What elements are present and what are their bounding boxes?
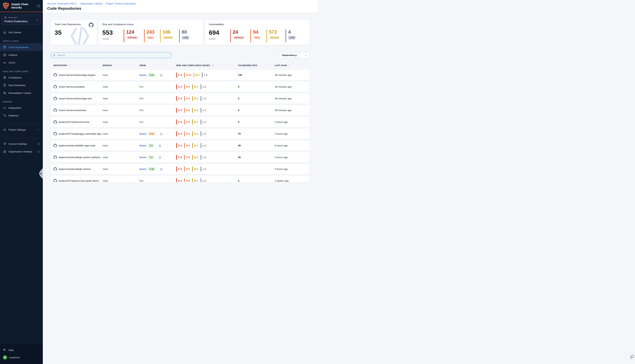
severity-bar xyxy=(176,143,177,148)
sbom-score[interactable]: Score7.21 xyxy=(140,73,156,77)
chevron-down-icon xyxy=(305,54,307,56)
column-header-repository[interactable]: REPOSITORY xyxy=(54,64,103,66)
risk-issues-cell: C 3H 9M 4L 3 xyxy=(176,178,238,182)
repository-cell[interactable]: tejakummarikuntla/gh-actions-artifacts xyxy=(54,156,103,159)
score-badge: 7.19 xyxy=(148,167,156,171)
repository-cell[interactable]: shash-harness/backstage-plugins xyxy=(54,73,103,77)
sort-ascending-icon[interactable] xyxy=(288,64,291,66)
table-row[interactable]: lavakush07/StarbucksClonemainN/AC 3H 8M … xyxy=(51,117,309,127)
severity-chip-c: C 3 xyxy=(176,120,182,124)
sbom-cell: Score7.19 xyxy=(140,167,176,172)
total-repos-card: Total Code Repositories 35 xyxy=(51,20,97,45)
download-sbom-icon[interactable] xyxy=(160,132,163,135)
table-row[interactable]: shash-harness/backstage-pluginsmainScore… xyxy=(51,70,309,80)
severity-chip-m: M 3 xyxy=(192,155,198,160)
repository-name: shash-harness/backstage-test xyxy=(59,97,92,100)
severity-count: 4 xyxy=(288,30,296,34)
sidebar-item-rule-definitions[interactable]: Rule Definitions xyxy=(0,81,43,89)
remediation-box-wrench-icon xyxy=(3,91,7,95)
table-row[interactable]: lavakush07/easybuggy-vulnerable-app...ma… xyxy=(51,129,309,139)
severity-chip-h: H 9 xyxy=(184,178,190,182)
sidebar-item-project-settings[interactable]: Project Settings xyxy=(0,126,43,134)
column-header-risk-issues[interactable]: RISK AND COMPLIANCE ISSUES xyxy=(176,64,238,66)
table-row[interactable]: shash-harness/sandboxmainN/AC 3H 8M 4L 2… xyxy=(51,82,309,92)
app-switcher-grid-icon[interactable] xyxy=(37,4,40,8)
clipboard-check-icon xyxy=(3,84,7,87)
severity-stat-critical: 24CRITICAL xyxy=(230,30,245,42)
breadcrumb-account[interactable]: Account: Automation-SSCA xyxy=(47,2,77,5)
sidebar-item-code-repositories[interactable]: Code Repositories xyxy=(0,43,43,51)
severity-chip-m: M 3 xyxy=(192,166,198,172)
sidebar-item-artifacts[interactable]: Artifacts xyxy=(0,51,43,59)
severity-chip-c: C 3 xyxy=(176,108,182,113)
repository-cell[interactable]: lavakush07/StarbucksClone xyxy=(54,120,103,124)
sort-icon[interactable] xyxy=(211,64,214,66)
sidebar-item-organization-settings[interactable]: Organization Settings xyxy=(0,148,43,155)
sidebar-item-account-settings[interactable]: Account Settings xyxy=(0,140,43,148)
sidebar-item-integrations[interactable]: Integrations xyxy=(0,104,43,112)
sbom-score[interactable]: Score7.19 xyxy=(140,167,156,171)
table-row[interactable]: tejakummarikuntla/gh-actions-artifactsma… xyxy=(51,152,309,162)
severity-chip-m: M 4 xyxy=(192,178,198,182)
breadcrumb-project[interactable]: Project: Product Exploratory xyxy=(106,2,136,5)
repository-cell[interactable]: tejakummarikuntla/gh-actions xyxy=(54,167,103,171)
project-selector[interactable]: PROJECT Product Exploratory xyxy=(2,14,41,25)
sbom-score[interactable]: Score7.2 xyxy=(140,144,154,148)
risk-issues-card: Risk and Compliance Issues 553 Active 12… xyxy=(99,20,203,45)
breadcrumb-organization[interactable]: Organization: default xyxy=(80,2,102,5)
infinity-icon xyxy=(3,61,7,64)
table-toolbar: Dependency xyxy=(51,52,309,58)
repository-cell[interactable]: shash-harness/sandbox xyxy=(54,85,103,88)
last-scan-cell: 36 minutes ago xyxy=(275,74,307,76)
sidebar-item-get-started[interactable]: Get Started xyxy=(0,28,43,36)
repository-cell[interactable]: shash-harness/shashwat xyxy=(54,108,103,112)
info-icon[interactable] xyxy=(37,150,40,153)
download-sbom-icon[interactable] xyxy=(160,168,163,170)
table-row[interactable]: tejakummarikuntla/filler-app-nodemainSco… xyxy=(51,140,309,150)
risk-severity-chips: C 4H 9M 3L 3 xyxy=(176,155,206,160)
risk-issues-cell: C 3H 8M 3L 3 xyxy=(176,108,238,113)
section-heading-risk-compliance: RISK AND COMPLIANCE xyxy=(3,70,40,72)
repository-cell[interactable]: shash-harness/backstage-test xyxy=(54,97,103,100)
sbom-cell: Score7.21 xyxy=(140,73,176,78)
sort-icon[interactable] xyxy=(69,64,71,66)
search-input[interactable] xyxy=(51,52,171,58)
severity-chip-h: H 9 xyxy=(184,166,190,172)
sidebar-collapse-handle[interactable] xyxy=(39,168,43,179)
table-row[interactable]: shash-harness/shashwatmainN/AC 3H 8M 3L … xyxy=(51,105,309,115)
last-scan-cell: 2 weeks ago xyxy=(275,180,307,182)
repository-cell[interactable]: lavakush07/argocd-hub-spoke-demo xyxy=(54,179,103,182)
severity-bar xyxy=(192,108,193,113)
code-watermark-icon xyxy=(69,25,91,45)
severity-chip-l: L 3 xyxy=(201,143,206,148)
table-row[interactable]: shash-harness/backstage-testmainN/AC 3H … xyxy=(51,94,309,104)
table-row[interactable]: tejakummarikuntla/gh-actionsmainScore7.1… xyxy=(51,164,309,174)
table-row[interactable]: lavakush07/argocd-hub-spoke-demomainN/AC… xyxy=(51,176,309,182)
last-scan-cell: 5 hours ago xyxy=(275,168,307,170)
severity-bar xyxy=(192,155,193,160)
repository-cell[interactable]: tejakummarikuntla/filler-app-node xyxy=(54,144,103,147)
sbom-score[interactable]: Score5.83 xyxy=(140,132,156,136)
active-label: Active xyxy=(102,38,123,40)
severity-bar xyxy=(192,143,193,148)
integrations-icon xyxy=(3,106,7,110)
severity-chip-h: H 9 xyxy=(184,131,190,136)
dependency-filter-dropdown[interactable]: Dependency xyxy=(280,52,309,58)
severity-count: 124 xyxy=(126,30,139,34)
breadcrumb: Account: Automation-SSCA › Organization:… xyxy=(47,2,313,5)
sidebar-item-pipelines[interactable]: Pipelines xyxy=(0,112,43,119)
sidebar-item-remediation-tracker[interactable]: Remediation Tracker xyxy=(0,89,43,97)
card-title: Vulnerabilities xyxy=(209,23,306,26)
severity-chip-l: L 3 xyxy=(201,131,206,136)
download-sbom-icon[interactable] xyxy=(158,144,162,147)
sidebar-item-compliance[interactable]: Compliance xyxy=(0,74,43,81)
sbom-score[interactable]: Score7.2 xyxy=(140,155,154,159)
info-icon[interactable] xyxy=(37,142,40,145)
column-header-last-scan[interactable]: LAST SCAN xyxy=(275,64,307,66)
severity-bar xyxy=(194,72,194,78)
download-sbom-icon[interactable] xyxy=(160,74,163,76)
breadcrumb-separator: › xyxy=(78,2,79,5)
repository-cell[interactable]: lavakush07/easybuggy-vulnerable-app... xyxy=(54,132,103,136)
download-sbom-icon[interactable] xyxy=(158,156,162,159)
sidebar-item-cicd[interactable]: CI/CD xyxy=(0,59,43,66)
